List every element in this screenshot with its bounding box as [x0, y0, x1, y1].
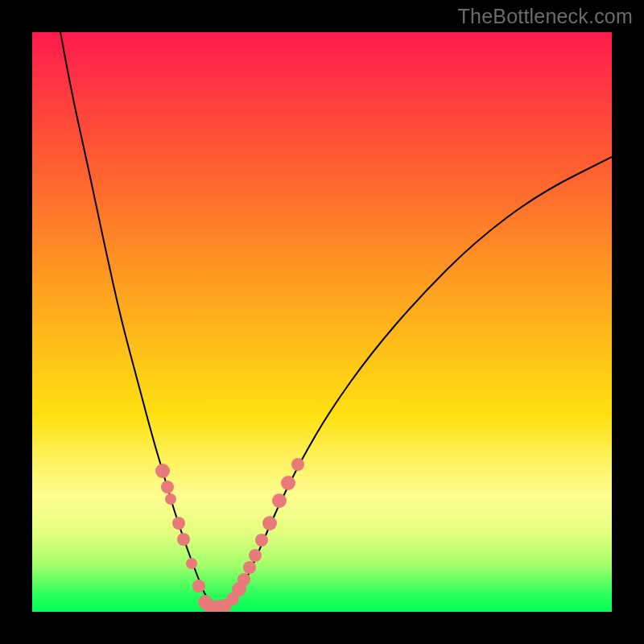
marker-dot [165, 493, 176, 505]
watermark-text: TheBottleneck.com [458, 5, 633, 28]
marker-dot [172, 517, 185, 530]
marker-dots [155, 458, 304, 612]
marker-dot [155, 464, 170, 478]
marker-dot [237, 573, 250, 586]
marker-dot [192, 580, 205, 592]
marker-dot [281, 476, 295, 490]
marker-dot [272, 493, 287, 508]
curve-svg [32, 32, 612, 612]
chart-frame: TheBottleneck.com [0, 0, 644, 644]
marker-dot [255, 534, 268, 547]
curve-right [213, 157, 612, 608]
marker-dot [249, 549, 262, 562]
marker-dot [177, 533, 190, 546]
marker-dot [186, 558, 197, 569]
plot-area [32, 32, 612, 612]
curve-lines [60, 32, 612, 608]
marker-dot [291, 458, 304, 471]
marker-dot [243, 561, 256, 574]
marker-dot [161, 481, 174, 493]
curve-left [60, 32, 213, 608]
marker-dot [262, 516, 277, 530]
